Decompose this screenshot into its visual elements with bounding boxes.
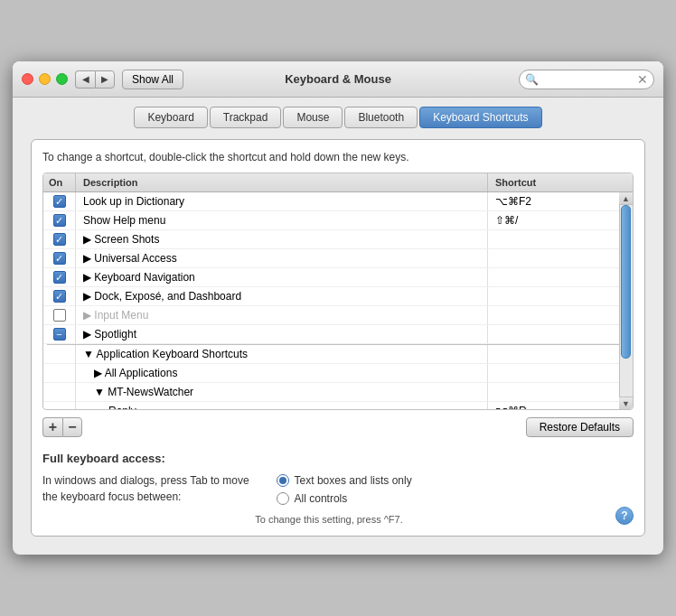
checkbox[interactable]: ✓: [53, 271, 66, 284]
radio-textboxes-label: Text boxes and lists only: [295, 474, 412, 487]
main-window: ◀ ▶ Show All Keyboard & Mouse 🔍 ✕ Keyboa…: [13, 61, 663, 555]
tab-bluetooth[interactable]: Bluetooth: [344, 107, 418, 128]
cell-desc: ▶ All Applications: [76, 364, 488, 382]
tab-keyboard-shortcuts[interactable]: Keyboard Shortcuts: [419, 107, 541, 128]
cell-on: [43, 345, 76, 363]
cell-on[interactable]: ✓: [43, 230, 76, 248]
table-row[interactable]: ▼ MT-NewsWatcher: [43, 383, 633, 402]
keyboard-access-title: Full keyboard access:: [42, 452, 634, 465]
cell-on: [43, 383, 76, 401]
show-all-button[interactable]: Show All: [122, 70, 183, 89]
cell-shortcut: [488, 364, 633, 382]
close-button[interactable]: [22, 73, 33, 85]
minimize-button[interactable]: [39, 73, 51, 85]
table-body[interactable]: ✓ Look up in Dictionary ⌥⌘F2 ✓ Show Help…: [43, 192, 633, 409]
checkbox[interactable]: [53, 309, 66, 322]
search-clear-icon[interactable]: ✕: [637, 72, 648, 87]
nav-buttons: ◀ ▶: [75, 70, 115, 89]
radio-option-controls[interactable]: All controls: [277, 492, 412, 505]
traffic-lights: [22, 73, 68, 85]
table-row[interactable]: ✓ ▶ Dock, Exposé, and Dashboard: [43, 287, 633, 306]
scrollbar-track[interactable]: ▲ ▼: [619, 192, 633, 409]
cell-shortcut: [488, 230, 633, 248]
keyboard-access-options: Text boxes and lists only All controls: [277, 472, 412, 505]
cell-on[interactable]: ✓: [43, 211, 76, 229]
add-remove-buttons: + −: [42, 417, 82, 437]
cell-on[interactable]: ✓: [43, 268, 76, 286]
cell-shortcut: [488, 383, 633, 401]
cell-desc: Reply: [76, 402, 488, 409]
shortcuts-panel: To change a shortcut, double-click the s…: [31, 139, 645, 537]
cell-desc: ▶ Keyboard Navigation: [76, 268, 488, 286]
radio-textboxes[interactable]: [277, 474, 289, 487]
remove-button[interactable]: −: [62, 417, 82, 437]
cell-desc: ▼ Application Keyboard Shortcuts: [76, 345, 488, 363]
cell-shortcut: ⇧⌘/: [488, 211, 633, 229]
scroll-arrow-down[interactable]: ▼: [619, 397, 633, 409]
cell-desc: ▶ Input Menu: [76, 306, 488, 324]
scroll-arrow-up[interactable]: ▲: [619, 192, 633, 205]
cell-shortcut: [488, 249, 633, 267]
window-title: Keyboard & Mouse: [285, 72, 391, 86]
radio-option-textboxes[interactable]: Text boxes and lists only: [277, 474, 412, 487]
checkbox[interactable]: ✓: [53, 252, 66, 265]
cell-shortcut: [488, 306, 633, 324]
table-row[interactable]: ▶ All Applications: [43, 364, 633, 383]
checkbox[interactable]: ✓: [53, 233, 66, 246]
table-row[interactable]: ▼ Application Keyboard Shortcuts: [43, 345, 633, 364]
cell-desc: ▶ Screen Shots: [76, 230, 488, 248]
cell-shortcut: [488, 325, 633, 343]
cell-on[interactable]: [43, 306, 76, 324]
maximize-button[interactable]: [56, 73, 68, 85]
tab-mouse[interactable]: Mouse: [283, 107, 343, 128]
forward-button[interactable]: ▶: [95, 70, 115, 89]
back-button[interactable]: ◀: [75, 70, 95, 89]
cell-desc: ▼ MT-NewsWatcher: [76, 383, 488, 401]
cell-on[interactable]: −: [43, 325, 76, 343]
checkbox[interactable]: ✓: [53, 214, 66, 227]
table-row[interactable]: ✓ ▶ Universal Access: [43, 249, 633, 268]
search-box[interactable]: 🔍 ✕: [519, 70, 654, 89]
help-button[interactable]: ?: [615, 507, 634, 525]
cell-on[interactable]: ✓: [43, 192, 76, 210]
cell-on[interactable]: ✓: [43, 287, 76, 305]
cell-desc: Look up in Dictionary: [76, 192, 488, 210]
checkbox[interactable]: −: [53, 328, 66, 341]
cell-on: [43, 402, 76, 409]
keyboard-access-label: In windows and dialogs, press Tab to mov…: [42, 472, 249, 505]
tab-trackpad[interactable]: Trackpad: [210, 107, 282, 128]
cell-on[interactable]: ✓: [43, 249, 76, 267]
tab-bar: Keyboard Trackpad Mouse Bluetooth Keyboa…: [31, 107, 645, 128]
keyboard-access-body: In windows and dialogs, press Tab to mov…: [42, 472, 634, 505]
search-icon: 🔍: [525, 73, 539, 86]
cell-shortcut: ⌥⌘R: [488, 402, 633, 409]
scrollbar-thumb[interactable]: [621, 205, 631, 359]
table-row[interactable]: ✓ ▶ Screen Shots: [43, 230, 633, 249]
cell-on: [43, 364, 76, 382]
titlebar: ◀ ▶ Show All Keyboard & Mouse 🔍 ✕: [13, 61, 663, 98]
radio-controls-label: All controls: [295, 492, 348, 505]
header-on: On: [43, 173, 76, 191]
table-row[interactable]: − ▶ Spotlight: [43, 325, 633, 344]
keyboard-access-section: Full keyboard access: In windows and dia…: [42, 452, 634, 525]
cell-desc: ▶ Universal Access: [76, 249, 488, 267]
shortcuts-table: On Description Shortcut ✓ Look up in Dic…: [42, 173, 634, 410]
table-row[interactable]: Reply ⌥⌘R: [43, 402, 633, 409]
bottom-buttons: + − Restore Defaults: [42, 417, 634, 437]
table-row[interactable]: ✓ Look up in Dictionary ⌥⌘F2: [43, 192, 633, 211]
search-input[interactable]: [542, 73, 637, 86]
header-shortcut: Shortcut: [488, 173, 633, 191]
radio-controls[interactable]: [277, 492, 289, 505]
table-header: On Description Shortcut: [43, 173, 633, 192]
table-row[interactable]: ✓ ▶ Keyboard Navigation: [43, 268, 633, 287]
table-row[interactable]: ▶ Input Menu: [43, 306, 633, 325]
table-row[interactable]: ✓ Show Help menu ⇧⌘/: [43, 211, 633, 230]
cell-shortcut: [488, 268, 633, 286]
tab-keyboard[interactable]: Keyboard: [134, 107, 207, 128]
cell-desc: ▶ Dock, Exposé, and Dashboard: [76, 287, 488, 305]
cell-shortcut: [488, 345, 633, 363]
restore-defaults-button[interactable]: Restore Defaults: [526, 417, 634, 437]
checkbox[interactable]: ✓: [53, 290, 66, 303]
checkbox[interactable]: ✓: [53, 195, 66, 208]
add-button[interactable]: +: [42, 417, 62, 437]
